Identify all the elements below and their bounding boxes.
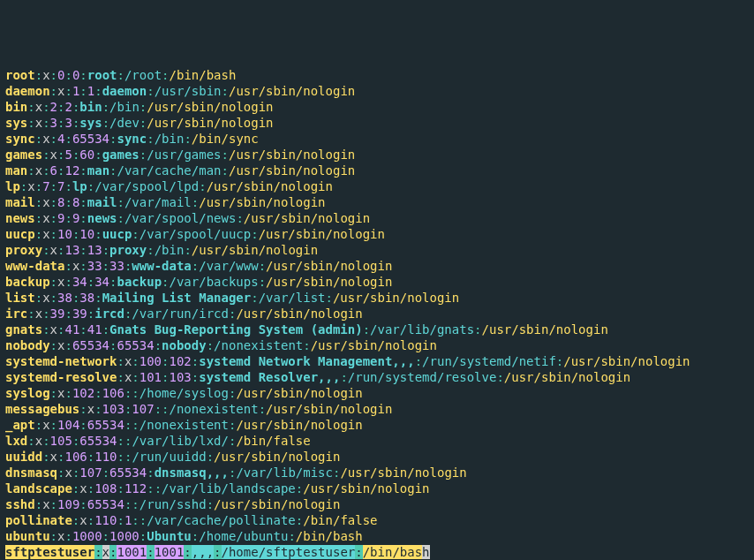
passwd-entry: pollinate:x:110:1::/var/cache/pollinate:… — [5, 512, 749, 528]
passwd-entry: systemd-resolve:x:101:103:systemd Resolv… — [5, 369, 749, 385]
passwd-entry: lxd:x:105:65534::/var/lib/lxd/:/bin/fals… — [5, 433, 749, 449]
passwd-entry: mail:x:8:8:mail:/var/mail:/usr/sbin/nolo… — [5, 194, 749, 210]
passwd-entry: www-data:x:33:33:www-data:/var/www:/usr/… — [5, 258, 749, 274]
passwd-entry: bin:x:2:2:bin:/bin:/usr/sbin/nologin — [5, 99, 749, 115]
passwd-entry: sys:x:3:3:sys:/dev:/usr/sbin/nologin — [5, 115, 749, 131]
passwd-entry: systemd-network:x:100:102:systemd Networ… — [5, 353, 749, 369]
passwd-entry: man:x:6:12:man:/var/cache/man:/usr/sbin/… — [5, 163, 749, 178]
passwd-entry: irc:x:39:39:ircd:/var/run/ircd:/usr/sbin… — [5, 306, 749, 322]
passwd-entry: syslog:x:102:106::/home/syslog:/usr/sbin… — [5, 385, 749, 401]
passwd-entry: messagebus:x:103:107::/nonexistent:/usr/… — [5, 401, 749, 417]
passwd-entry: sshd:x:109:65534::/run/sshd:/usr/sbin/no… — [5, 496, 749, 512]
passwd-entry: _apt:x:104:65534::/nonexistent:/usr/sbin… — [5, 417, 749, 433]
passwd-entry: proxy:x:13:13:proxy:/bin:/usr/sbin/nolog… — [5, 242, 749, 258]
passwd-entry: uuidd:x:106:110::/run/uuidd:/usr/sbin/no… — [5, 449, 749, 465]
passwd-entry: backup:x:34:34:backup:/var/backups:/usr/… — [5, 274, 749, 290]
passwd-entry: uucp:x:10:10:uucp:/var/spool/uucp:/usr/s… — [5, 226, 749, 242]
passwd-entry: games:x:5:60:games:/usr/games:/usr/sbin/… — [5, 147, 749, 163]
passwd-entry: lp:x:7:7:lp:/var/spool/lpd:/usr/sbin/nol… — [5, 178, 749, 194]
passwd-entry: gnats:x:41:41:Gnats Bug-Reporting System… — [5, 322, 749, 337]
passwd-entry: nobody:x:65534:65534:nobody:/nonexistent… — [5, 337, 749, 353]
terminal-viewport[interactable]: root:x:0:0:root:/root:/bin/bashdaemon:x:… — [5, 67, 749, 560]
passwd-entry: landscape:x:108:112::/var/lib/landscape:… — [5, 481, 749, 496]
passwd-entry: sftptestuser:x:1001:1001:,,,:/home/sftpt… — [5, 544, 749, 560]
passwd-entry: ubuntu:x:1000:1000:Ubuntu:/home/ubuntu:/… — [5, 528, 749, 544]
passwd-entry: sync:x:4:65534:sync:/bin:/bin/sync — [5, 131, 749, 147]
passwd-entry: root:x:0:0:root:/root:/bin/bash — [5, 67, 749, 83]
passwd-entry: daemon:x:1:1:daemon:/usr/sbin:/usr/sbin/… — [5, 83, 749, 99]
passwd-entry: dnsmasq:x:107:65534:dnsmasq,,,:/var/lib/… — [5, 465, 749, 481]
passwd-entry: news:x:9:9:news:/var/spool/news:/usr/sbi… — [5, 210, 749, 226]
passwd-entry: list:x:38:38:Mailing List Manager:/var/l… — [5, 290, 749, 306]
